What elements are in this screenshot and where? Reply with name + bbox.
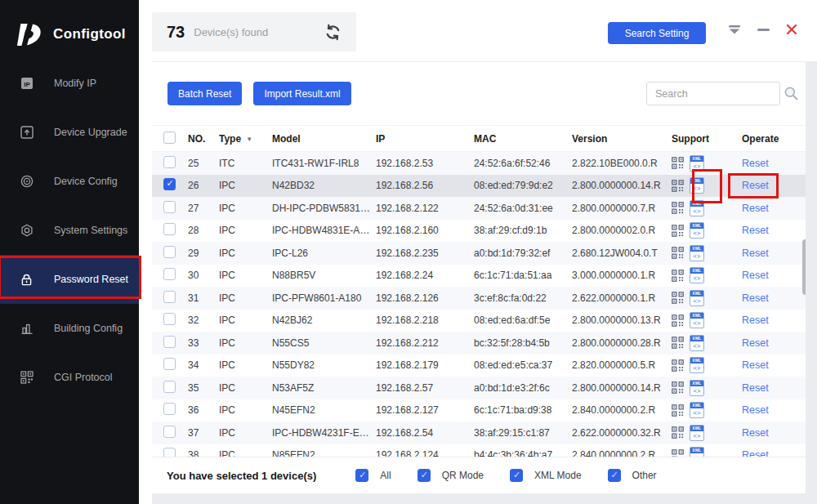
table-row[interactable]: 36 IPC N45EFN2 192.168.2.127 6c:1c:71:ba…: [152, 399, 806, 422]
xml-icon-label: XML: [690, 291, 703, 297]
table-row[interactable]: 35 IPC N53AF5Z 192.168.2.57 a0:bd:1d:e3:…: [152, 377, 806, 399]
sidebar-item-device-config[interactable]: Device Config: [0, 157, 139, 206]
filter-xml-mode[interactable]: XML Mode: [510, 469, 582, 482]
sidebar-item-label: System Settings: [54, 225, 127, 236]
table-row[interactable]: 29 IPC IPC-L26 192.168.2.235 a0:bd:1d:79…: [152, 242, 806, 265]
cell-model: N42BD32: [272, 180, 376, 191]
sidebar-item-system-settings[interactable]: System Settings: [0, 206, 139, 255]
reset-link[interactable]: Reset: [742, 314, 769, 326]
dropdown-caret-icon[interactable]: [728, 25, 741, 34]
device-config-icon: [20, 175, 33, 189]
row-checkbox[interactable]: [163, 291, 176, 303]
row-checkbox[interactable]: [163, 313, 176, 325]
cell-version: 2.822.10BE000.0.R: [572, 158, 672, 169]
table-row[interactable]: 25 ITC ITC431-RW1F-IRL8 192.168.2.53 24:…: [152, 152, 806, 175]
reset-link[interactable]: Reset: [742, 203, 769, 214]
xml-icon-code: <>: [690, 229, 703, 238]
select-all-checkbox[interactable]: [163, 132, 176, 144]
reset-link[interactable]: Reset: [742, 337, 769, 349]
cell-mac: 3c:ef:8c:fa:0d:22: [474, 292, 572, 304]
batch-reset-button[interactable]: Batch Reset: [167, 82, 242, 105]
row-checkbox[interactable]: [163, 426, 176, 438]
sidebar-item-device-upgrade[interactable]: Device Upgrade: [0, 108, 139, 157]
footer-checkbox[interactable]: [510, 469, 523, 482]
sidebar: Configtool IP Modify IP Device Upgrade D…: [0, 0, 139, 504]
table-row[interactable]: 32 IPC N42BJ62 192.168.2.218 08:ed:ed:6a…: [152, 310, 806, 332]
footer-checkbox[interactable]: [417, 469, 431, 482]
sidebar-item-building-config[interactable]: Building Config: [0, 304, 139, 353]
cell-no: 33: [188, 337, 219, 349]
cell-no: 26: [188, 180, 219, 191]
qr-code-icon: [672, 359, 684, 372]
device-count-label: Device(s) found: [194, 26, 268, 38]
row-checkbox[interactable]: [163, 201, 176, 213]
sidebar-item-cgi-protocol[interactable]: CGI Protocol: [0, 353, 139, 402]
row-checkbox[interactable]: [163, 403, 176, 415]
sort-icon[interactable]: ▼: [246, 136, 252, 143]
filter-qr-mode[interactable]: QR Mode: [417, 469, 484, 482]
xml-file-icon: XML <>: [690, 357, 704, 373]
filter-other[interactable]: Other: [608, 469, 657, 482]
reset-link[interactable]: Reset: [742, 158, 769, 169]
cell-no: 25: [188, 158, 219, 169]
reset-link[interactable]: Reset: [742, 180, 769, 191]
column-model: Model: [272, 133, 376, 145]
reset-link[interactable]: Reset: [742, 427, 769, 439]
table-row[interactable]: 30 IPC N88BR5V 192.168.2.24 6c:1c:71:da:…: [152, 265, 806, 288]
cell-model: IPC-L26: [272, 248, 376, 259]
table-row[interactable]: 33 IPC N55CS5 192.168.2.212 bc:32:5f:28:…: [152, 332, 806, 355]
xml-icon-label: XML: [690, 358, 703, 364]
row-checkbox[interactable]: [163, 156, 176, 168]
row-checkbox[interactable]: [163, 223, 176, 235]
reset-link[interactable]: Reset: [742, 404, 769, 416]
row-checkbox[interactable]: [163, 336, 176, 348]
reset-link[interactable]: Reset: [742, 292, 769, 304]
table-row[interactable]: 28 IPC IPC-HDBW4831E-ASE 192.168.2.160 3…: [152, 220, 806, 243]
row-checkbox[interactable]: [163, 246, 176, 258]
reset-link[interactable]: Reset: [742, 382, 769, 394]
filter-all[interactable]: All: [355, 469, 391, 482]
cell-support: XML <>: [672, 222, 742, 239]
table-row[interactable]: 26 IPC N42BD32 192.168.2.56 08:ed:ed:79:…: [152, 175, 806, 198]
cell-mac: 38:af:29:15:c1:87: [474, 427, 572, 439]
table-row[interactable]: 31 IPC IPC-PFW8601-A180 192.168.2.126 3c…: [152, 287, 806, 310]
reset-link[interactable]: Reset: [742, 248, 769, 259]
row-checkbox[interactable]: [163, 358, 176, 370]
close-icon[interactable]: [786, 24, 797, 35]
import-result-button[interactable]: Import Result.xml: [253, 82, 350, 105]
column-type[interactable]: Type▼: [219, 133, 272, 145]
selection-footer: You have selected 1 device(s) All QR Mod…: [152, 457, 806, 493]
row-checkbox[interactable]: [163, 381, 176, 393]
cell-type: IPC: [219, 337, 272, 349]
sidebar-item-password-reset[interactable]: Password Reset: [0, 255, 139, 304]
table-row[interactable]: 27 IPC DH-IPC-PDBW5831N... 192.168.2.122…: [152, 197, 806, 220]
xml-file-icon: XML <>: [690, 245, 704, 261]
table-row[interactable]: 37 IPC IPC-HDBW4231F-E2-M 192.168.2.54 3…: [152, 421, 806, 444]
table-row[interactable]: 34 IPC N55DY82 192.168.2.179 08:ed:ed:e5…: [152, 355, 806, 377]
refresh-icon[interactable]: [324, 24, 342, 41]
column-mac: MAC: [474, 133, 572, 145]
search-icon[interactable]: [784, 86, 799, 101]
table-body: 25 ITC ITC431-RW1F-IRL8 192.168.2.53 24:…: [152, 152, 806, 458]
footer-checkbox[interactable]: [608, 469, 621, 482]
footer-checkbox[interactable]: [355, 469, 368, 482]
reset-link[interactable]: Reset: [742, 270, 769, 281]
minimize-icon[interactable]: [757, 29, 770, 31]
sidebar-item-modify-ip[interactable]: IP Modify IP: [0, 59, 139, 108]
xml-file-icon: XML <>: [690, 200, 704, 216]
cell-version: 2.622.0000000.32.R: [572, 427, 672, 439]
cell-ip: 192.168.2.212: [376, 337, 474, 349]
right-margin: [806, 61, 817, 504]
xml-icon-code: <>: [690, 319, 703, 328]
search-input[interactable]: [646, 82, 780, 105]
search-setting-button[interactable]: Search Setting: [608, 22, 706, 44]
cell-version: 2.680.12JW004.0.T: [572, 248, 672, 259]
reset-link[interactable]: Reset: [742, 359, 769, 371]
cell-model: N45EFN2: [272, 404, 376, 416]
reset-link[interactable]: Reset: [742, 225, 769, 236]
row-checkbox[interactable]: [163, 268, 176, 280]
xml-icon-label: XML: [690, 223, 703, 229]
xml-icon-label: XML: [690, 381, 703, 386]
xml-icon-label: XML: [690, 156, 703, 162]
row-checkbox[interactable]: [163, 178, 176, 190]
